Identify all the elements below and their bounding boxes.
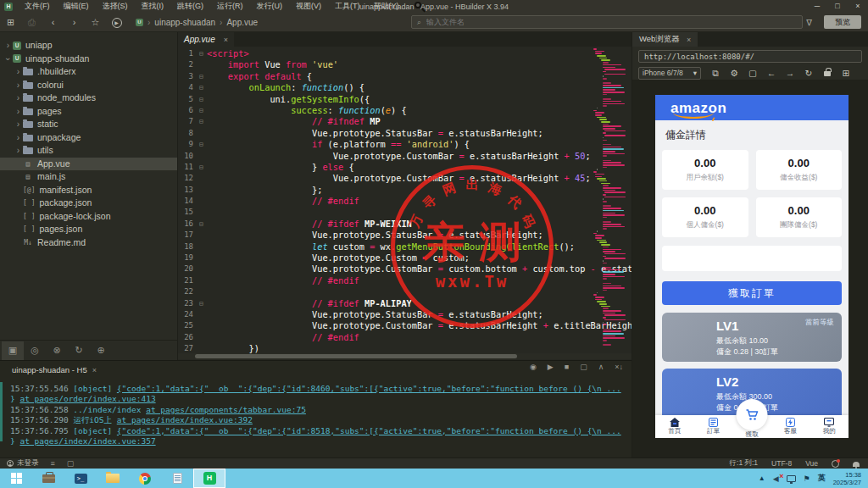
taskbar-powershell[interactable]: >_ [64, 469, 97, 488]
horizontal-scrollbar[interactable] [178, 353, 632, 359]
url-bar[interactable]: http://localhost:8080/#/ [638, 50, 862, 63]
menu-item-帮助(Y)[interactable]: 帮助(Y) [367, 1, 406, 12]
console-tab[interactable]: uinapp-shuadan - H5 × [12, 365, 97, 374]
stop-icon[interactable]: ■ [565, 363, 569, 371]
tree-item-uinapp-shuadan[interactable]: ›Uuinapp-shuadan [0, 53, 177, 66]
menu-item-编辑(E)[interactable]: 编辑(E) [57, 1, 96, 12]
restart-icon[interactable]: ▶ [548, 363, 554, 371]
maximize-button[interactable]: □ [827, 0, 848, 13]
tree-item-package-lock.json[interactable]: [ ]package-lock.json [0, 210, 177, 224]
debug-icon[interactable]: ⊗ [46, 341, 68, 360]
nav-home[interactable]: 首頁 [655, 415, 694, 438]
devtools-console-icon[interactable]: ▢ [743, 68, 762, 79]
browser-tab-close-icon[interactable]: × [687, 36, 691, 44]
menu-item-文件(F)[interactable]: 文件(F) [18, 1, 57, 12]
minimize-button[interactable]: ─ [807, 0, 827, 13]
nav-support[interactable]: 客服 [771, 415, 810, 438]
device-select[interactable]: iPhone 6/7/8▾ [638, 67, 701, 80]
close-button[interactable]: × [848, 0, 868, 13]
network-display-icon[interactable] [787, 475, 796, 482]
file-tree[interactable]: ›Uuniapp›Uuinapp-shuadan›.hbuilderx›colo… [0, 32, 177, 249]
forward-icon[interactable]: › [64, 17, 85, 27]
encoding[interactable]: UTF-8 [771, 459, 792, 468]
tree-item-pages.json[interactable]: [ ]pages.json [0, 223, 177, 236]
console-log[interactable]: 15:37:55.546 [object] {"code":1,"data":{… [0, 379, 632, 446]
minimap[interactable] [593, 48, 629, 347]
empty-input-box[interactable] [662, 246, 842, 271]
tab-app-vue[interactable]: App.vue × [178, 32, 234, 47]
clear-console-icon[interactable]: ×↓ [615, 363, 623, 371]
qrcode-icon[interactable]: ⊞ [837, 68, 855, 79]
collapse-panel-icon[interactable]: ∧ [598, 363, 604, 371]
taskbar-server-manager[interactable] [32, 469, 64, 488]
tree-item-Readme.md[interactable]: M↓Readme.md [0, 236, 177, 250]
menu-item-跳转(G)[interactable]: 跳转(G) [170, 1, 210, 12]
favorite-star-icon[interactable]: ☆ [85, 17, 106, 28]
web-icon[interactable]: ⊕ [90, 341, 112, 360]
search-icon[interactable]: ◎ [24, 341, 46, 360]
menu-item-选择(S)[interactable]: 选择(S) [96, 1, 135, 12]
sync-icon[interactable]: ↻ [68, 341, 90, 360]
menu-item-视图(V)[interactable]: 视图(V) [289, 1, 328, 12]
language-mode[interactable]: Vue [805, 459, 818, 468]
taskbar-hbuilderx[interactable]: H [193, 469, 225, 488]
nav-profile[interactable]: 我的 [810, 415, 849, 438]
console-link[interactable]: at pages/index/index.vue:357 [19, 436, 155, 446]
taskbar-chrome[interactable] [129, 469, 161, 488]
tree-item-uniapp[interactable]: ›Uuniapp [0, 39, 177, 53]
menu-item-工具(T)[interactable]: 工具(T) [328, 1, 367, 12]
volume-muted-icon[interactable]: ◀ [773, 474, 779, 483]
get-order-button[interactable]: 獲取訂單 [662, 281, 842, 305]
scrollbar-thumb[interactable] [195, 354, 517, 358]
console-tab-close-icon[interactable]: × [92, 366, 97, 374]
tree-item-main.js[interactable]: ▤main.js [0, 170, 177, 184]
cart-circle[interactable] [736, 399, 767, 430]
save-icon[interactable]: ⎙ [21, 17, 42, 28]
action-center-flag-icon[interactable]: ⚑ [804, 474, 810, 483]
nav-back-icon[interactable]: ← [762, 68, 781, 79]
breadcrumb-project[interactable]: uinapp-shuadan [154, 18, 215, 27]
tree-item-static[interactable]: ›static [0, 118, 177, 131]
open-external-icon[interactable]: ⧉ [706, 68, 725, 79]
history-clock-icon[interactable] [832, 460, 839, 468]
tree-item-package.json[interactable]: [ ]package.json [0, 197, 177, 210]
tab-web-browser[interactable]: Web浏览器 × [632, 32, 698, 47]
breadcrumb-file[interactable]: App.vue [226, 18, 258, 27]
nav-get-orders[interactable]: 獲取 [732, 415, 771, 438]
lock-icon[interactable] [818, 68, 837, 79]
nav-forward-icon[interactable]: → [781, 68, 799, 79]
tree-item-unpackage[interactable]: ›unpackage [0, 131, 177, 145]
new-file-icon[interactable]: ⊞ [0, 17, 21, 28]
back-icon[interactable]: ‹ [42, 17, 64, 27]
tab-close-icon[interactable]: × [224, 36, 228, 44]
terminal-icon[interactable]: ▢ [67, 459, 75, 468]
console-link[interactable]: {"code":1,"data":{"__ob__":{"dep":{"id":… [117, 384, 621, 393]
outline-list-icon[interactable]: ≡ [51, 459, 55, 468]
tree-item-App.vue[interactable]: ▤App.vue [0, 158, 177, 171]
menu-item-查找(I)[interactable]: 查找(I) [135, 1, 171, 12]
input-language[interactable]: 英 [818, 473, 826, 484]
code-area[interactable]: 1⊟<script>2 import Vue from 'vue'3⊟ expo… [178, 47, 632, 355]
console-link[interactable]: at pages/index/index.vue:392 [117, 415, 253, 424]
menu-item-运行(R)[interactable]: 运行(R) [210, 1, 250, 12]
taskbar-notepad[interactable] [161, 469, 193, 488]
tree-item-pages[interactable]: ›pages [0, 105, 177, 119]
login-status[interactable]: 未登录 [17, 458, 39, 469]
file-search-input[interactable] [425, 17, 747, 27]
tree-item-utils[interactable]: ›utils [0, 144, 177, 158]
editor[interactable]: App.vue × 1⊟<script>2 import Vue from 'v… [178, 32, 632, 360]
tree-item-manifest.json[interactable]: [@]manifest.json [0, 184, 177, 197]
tree-item-.hbuilderx[interactable]: ›.hbuilderx [0, 65, 177, 79]
debug-config-icon[interactable]: ◉ [530, 363, 537, 371]
settings-gear-icon[interactable]: ⚙ [725, 68, 743, 79]
console-link[interactable]: {"code":1,"data":{"__ob__":{"dep":{"id":… [117, 426, 621, 435]
preview-button[interactable]: 预览 [824, 15, 861, 29]
filter-funnel-icon[interactable]: ∇ [806, 18, 812, 27]
menu-item-发行(U)[interactable]: 发行(U) [250, 1, 290, 12]
nav-orders[interactable]: 訂單 [694, 415, 733, 438]
start-button[interactable] [0, 469, 32, 488]
refresh-icon[interactable]: ↻ [799, 68, 818, 79]
tree-item-colorui[interactable]: ›colorui [0, 79, 177, 92]
clock[interactable]: 15:38 2025/3/27 [833, 471, 861, 486]
console-link[interactable]: at pages/order/index.vue:413 [19, 394, 155, 403]
